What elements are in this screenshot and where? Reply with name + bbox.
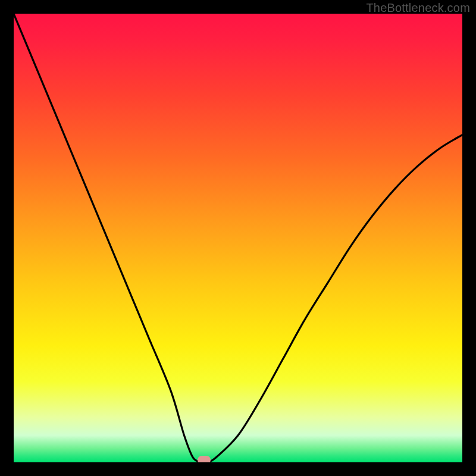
watermark-text: TheBottleneck.com [366,1,470,15]
chart-frame: TheBottleneck.com [0,0,476,476]
plot-area [14,14,462,462]
bottleneck-curve [14,14,462,462]
optimal-point-marker [198,456,211,462]
